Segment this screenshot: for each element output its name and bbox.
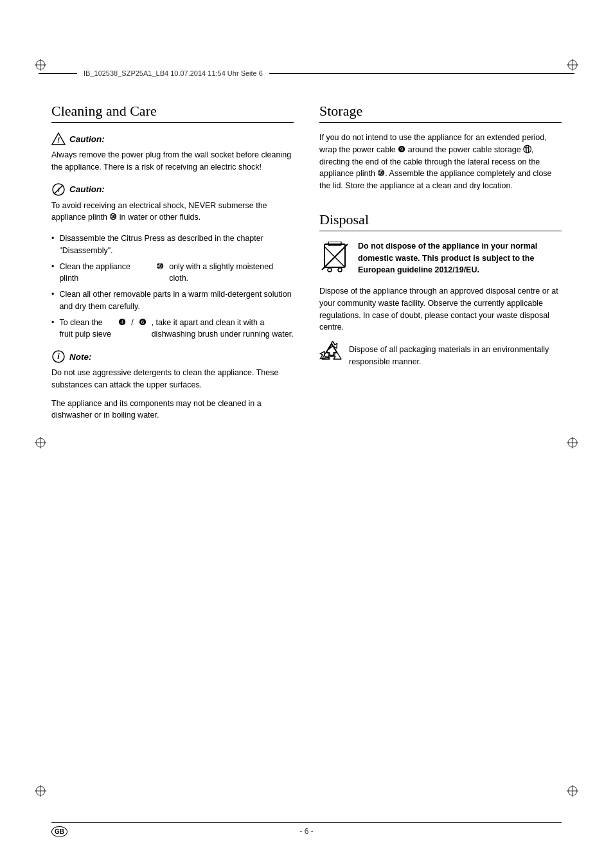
svg-point-28 <box>328 268 332 272</box>
note-heading: i Note: <box>51 350 294 364</box>
no-electric-icon: f <box>51 182 66 197</box>
header-line-right <box>269 73 574 74</box>
bullet-item-2: Clean the appliance plinth ⑩ only with a… <box>51 261 294 285</box>
note-body-1: Do not use aggressive detergents to clea… <box>51 367 294 391</box>
disposal-section: Disposal Do not dispose of the appliance… <box>319 211 562 368</box>
header-bar: IB_102538_SZP25A1_LB4 10.07.2014 11:54 U… <box>39 69 574 77</box>
footer: GB - 6 - <box>51 822 562 836</box>
svg-text:i: i <box>57 352 60 361</box>
caution-1-label: Caution: <box>69 134 105 144</box>
recycle-text: Dispose of all packaging materials in an… <box>349 341 562 368</box>
reg-mark-mid-left <box>35 437 46 450</box>
reg-mark-bottom-right <box>567 785 578 799</box>
caution-block-2: f Caution: To avoid receiving an electri… <box>51 182 294 224</box>
main-content: Cleaning and Care ! Caution: Always remo… <box>51 103 562 804</box>
header-text: IB_102538_SZP25A1_LB4 10.07.2014 11:54 U… <box>84 69 263 77</box>
note-block: i Note: Do not use aggressive detergents… <box>51 350 294 421</box>
disposal-title: Disposal <box>319 211 562 231</box>
recycle-block: Dispose of all packaging materials in an… <box>319 341 562 368</box>
footer-page-number: - 6 - <box>299 827 313 836</box>
svg-text:!: ! <box>57 136 60 144</box>
caution-block-1: ! Caution: Always remove the power plug … <box>51 132 294 173</box>
triangle-caution-icon: ! <box>51 132 66 146</box>
disposal-body: Dispose of the appliance through an appr… <box>319 285 562 333</box>
bullet-item-4: To clean the fruit pulp sieve ❹/❻, take … <box>51 317 294 341</box>
caution-1-heading: ! Caution: <box>51 132 294 146</box>
left-column: Cleaning and Care ! Caution: Always remo… <box>51 103 294 804</box>
bullet-item-1: Disassemble the Citrus Press as describe… <box>51 233 294 257</box>
caution-1-body: Always remove the power plug from the wa… <box>51 149 294 173</box>
disposal-warning-text: Do not dispose of the appliance in your … <box>358 240 562 276</box>
header-line-left <box>39 73 77 74</box>
recycle-icon <box>319 341 344 366</box>
info-note-icon: i <box>51 350 66 364</box>
caution-2-heading: f Caution: <box>51 182 294 197</box>
cleaning-care-title: Cleaning and Care <box>51 103 294 123</box>
reg-mark-mid-right <box>567 437 578 450</box>
right-column: Storage If you do not intend to use the … <box>319 103 562 804</box>
reg-mark-bottom-left <box>35 785 46 799</box>
storage-section: Storage If you do not intend to use the … <box>319 103 562 192</box>
footer-gb-badge: GB <box>51 826 67 837</box>
cleaning-bullet-list: Disassemble the Citrus Press as describe… <box>51 233 294 341</box>
storage-body: If you do not intend to use the applianc… <box>319 132 562 192</box>
gb-label: GB <box>51 826 67 837</box>
storage-title: Storage <box>319 103 562 123</box>
disposal-icon-block: Do not dispose of the appliance in your … <box>319 240 562 276</box>
wheeled-bin-icon <box>319 242 350 272</box>
bullet-item-3: Clean all other removable parts in a war… <box>51 288 294 313</box>
note-body-2: The appliance and its components may not… <box>51 398 294 422</box>
caution-2-body: To avoid receiving an electrical shock, … <box>51 200 294 224</box>
caution-2-label: Caution: <box>69 184 105 194</box>
note-label: Note: <box>69 352 92 362</box>
page: IB_102538_SZP25A1_LB4 10.07.2014 11:54 U… <box>0 0 613 868</box>
svg-point-29 <box>338 268 342 272</box>
